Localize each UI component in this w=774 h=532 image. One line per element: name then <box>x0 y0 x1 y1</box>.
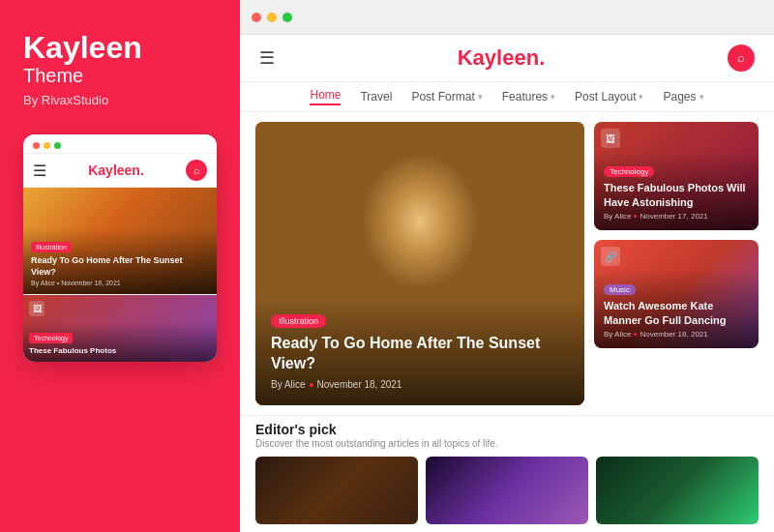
mobile-card2-overlay: Technology These Fabulous Photos <box>23 321 217 362</box>
dot-red <box>33 142 40 149</box>
brand-by: By RivaxStudio <box>23 93 108 107</box>
editors-pick: Editor's pick Discover the most outstand… <box>240 415 774 532</box>
side-card-1-overlay: Technology These Fabulous Photos Will Ha… <box>594 151 759 230</box>
side-card-2-author: By Alice <box>604 330 631 339</box>
mobile-card-meta: By Alice • November 18, 2021 <box>31 280 209 286</box>
hero-meta: By Alice November 18, 2021 <box>271 379 569 390</box>
link-icon: 🔗 <box>601 247 620 266</box>
image-icon: 🖼 <box>601 129 620 148</box>
mobile-card2-title: These Fabulous Photos <box>29 346 211 356</box>
nav-item-post-format[interactable]: Post Format ▾ <box>411 90 482 103</box>
search-icon: ⌕ <box>737 50 745 66</box>
site-content: Illustration Ready To Go Home After The … <box>240 112 774 415</box>
brand-subtitle: Theme <box>23 65 83 87</box>
mobile-card2: 🖼 Technology These Fabulous Photos <box>23 294 217 362</box>
chevron-down-icon: ▾ <box>478 92 483 102</box>
dot-green <box>54 142 61 149</box>
search-icon: ⌕ <box>194 164 200 176</box>
mobile-topbar <box>23 134 217 154</box>
chevron-down-icon: ▾ <box>551 92 555 102</box>
side-card-1-meta: By Alice November 17, 2021 <box>604 212 749 221</box>
image-icon: 🖼 <box>29 301 45 316</box>
side-card-1[interactable]: 🖼 Technology These Fabulous Photos Will … <box>594 122 759 230</box>
nav-item-travel[interactable]: Travel <box>360 90 392 103</box>
site-logo: Kayleen. <box>458 45 546 71</box>
chevron-down-icon: ▾ <box>700 92 704 102</box>
hero-tag: Illustration <box>271 314 326 328</box>
mobile-card-overlay: Illustration Ready To Go Home After The … <box>23 228 217 294</box>
mobile-search-button[interactable]: ⌕ <box>186 160 207 181</box>
side-card-2-tag: Music <box>604 284 636 295</box>
browser-dot-yellow <box>267 13 277 22</box>
left-panel: Kayleen Theme By RivaxStudio ☰ Kayleen. … <box>0 0 240 532</box>
site-hamburger-icon[interactable]: ☰ <box>259 47 275 69</box>
nav-item-features[interactable]: Features ▾ <box>502 90 555 103</box>
chevron-down-icon: ▾ <box>639 92 643 102</box>
hero-date: November 18, 2021 <box>317 379 402 390</box>
side-card-1-author: By Alice <box>604 212 631 221</box>
hamburger-icon: ☰ <box>33 162 46 180</box>
hero-title: Ready To Go Home After The Sunset View? <box>271 334 569 374</box>
browser-dot-green <box>283 13 292 22</box>
site-header: ☰ Kayleen. ⌕ <box>240 35 774 82</box>
ep-card-3[interactable] <box>596 457 759 524</box>
ep-card-1[interactable] <box>255 457 418 524</box>
editors-pick-subtitle: Discover the most outstanding articles i… <box>255 438 759 449</box>
hero-overlay: Illustration Ready To Go Home After The … <box>255 295 584 405</box>
mobile-main-card: Illustration Ready To Go Home After The … <box>23 188 217 294</box>
mobile-dots <box>33 142 61 149</box>
mobile-card2-tag: Technology <box>29 333 73 343</box>
nav-item-pages[interactable]: Pages ▾ <box>663 90 703 103</box>
mobile-header: ☰ Kayleen. ⌕ <box>23 154 217 188</box>
side-cards: 🖼 Technology These Fabulous Photos Will … <box>594 122 759 405</box>
ep-card-2-bg <box>426 457 588 524</box>
ep-card-3-bg <box>596 457 759 524</box>
side-card-2-title: Watch Awesome Kate Manner Go Full Dancin… <box>604 299 749 327</box>
ep-card-1-bg <box>255 457 418 524</box>
hero-author: By Alice <box>271 379 306 390</box>
side-card-2[interactable]: 🔗 Music Watch Awesome Kate Manner Go Ful… <box>594 240 759 348</box>
right-panel: ☰ Kayleen. ⌕ Home Travel Post Format ▾ F… <box>240 0 774 532</box>
browser-dot-red <box>252 13 261 22</box>
side-card-2-date: November 18, 2021 <box>640 330 707 339</box>
side-card-1-tag: Technology <box>604 166 654 177</box>
mobile-mockup: ☰ Kayleen. ⌕ Illustration Ready To Go Ho… <box>23 134 217 362</box>
mobile-card-title: Ready To Go Home After The Sunset View? <box>31 255 209 278</box>
ep-card-2[interactable] <box>426 457 588 524</box>
browser-topbar <box>240 0 774 35</box>
brand-title: Kayleen <box>23 31 142 65</box>
mobile-card-tag: Illustration <box>31 242 72 252</box>
side-card-1-title: These Fabulous Photos Will Have Astonish… <box>604 181 749 209</box>
dot-yellow <box>44 142 50 149</box>
nav-item-home[interactable]: Home <box>310 88 341 105</box>
side-meta-dot <box>634 215 637 218</box>
hero-dot <box>310 383 313 387</box>
side-card-1-date: November 17, 2021 <box>640 212 707 221</box>
side-card-2-overlay: Music Watch Awesome Kate Manner Go Full … <box>594 269 759 348</box>
site-search-button[interactable]: ⌕ <box>728 44 755 72</box>
side-card-2-meta: By Alice November 18, 2021 <box>604 330 749 339</box>
editors-pick-cards <box>255 457 759 524</box>
editors-pick-title: Editor's pick <box>255 422 759 437</box>
mobile-logo: Kayleen. <box>88 163 144 178</box>
site-nav: Home Travel Post Format ▾ Features ▾ Pos… <box>240 82 774 112</box>
nav-item-post-layout[interactable]: Post Layout ▾ <box>575 90 643 103</box>
hero-card[interactable]: Illustration Ready To Go Home After The … <box>255 122 584 405</box>
side-meta-dot-2 <box>634 333 637 336</box>
